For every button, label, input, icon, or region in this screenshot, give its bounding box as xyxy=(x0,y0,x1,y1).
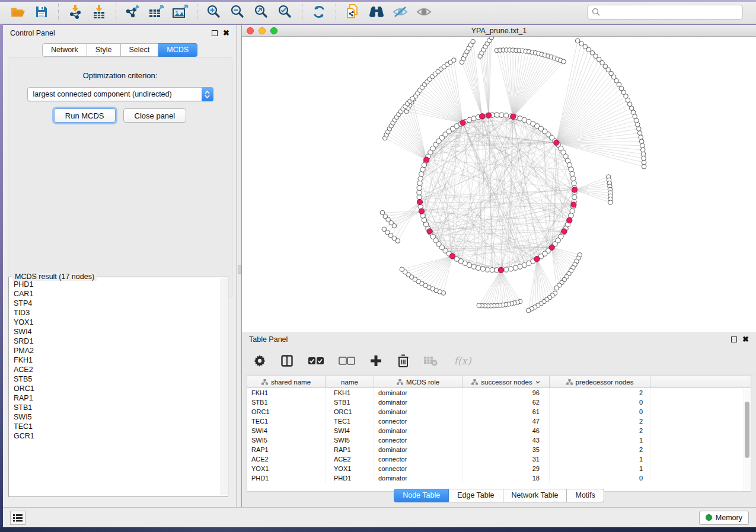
delete-row-icon[interactable] xyxy=(396,354,410,368)
mcds-result-item[interactable]: STB5 xyxy=(14,374,220,384)
float-panel-icon[interactable] xyxy=(212,30,218,36)
mcds-result-item[interactable]: PHD1 xyxy=(14,280,220,289)
select-all-icon[interactable] xyxy=(307,354,325,368)
network-node[interactable] xyxy=(570,171,575,176)
mcds-node[interactable] xyxy=(479,114,484,119)
cell-predecessor-nodes[interactable]: 1 xyxy=(550,435,650,445)
cell-shared-name[interactable]: SWI4 xyxy=(247,426,326,435)
cell-mcds-role[interactable]: dominator xyxy=(374,388,462,398)
network-leaf-node[interactable] xyxy=(452,58,457,63)
zoom-fit-icon[interactable] xyxy=(251,2,272,21)
mcds-node[interactable] xyxy=(498,267,503,273)
network-node[interactable] xyxy=(417,181,422,185)
table-row[interactable]: SWI5SWI5connector431 xyxy=(247,435,751,445)
table-scrollbar-thumb[interactable] xyxy=(745,402,749,458)
network-node[interactable] xyxy=(480,267,485,271)
mcds-node[interactable] xyxy=(567,217,572,223)
cell-successor-nodes[interactable]: 35 xyxy=(462,445,550,454)
cell-predecessor-nodes[interactable]: 1 xyxy=(550,454,650,464)
network-node[interactable] xyxy=(570,209,575,213)
mcds-node[interactable] xyxy=(549,245,554,250)
network-node[interactable] xyxy=(572,195,577,200)
cell-mcds-role[interactable]: connector xyxy=(374,454,462,464)
network-leaf-node[interactable] xyxy=(640,148,645,152)
cell-name[interactable]: TEC1 xyxy=(326,416,374,426)
network-node[interactable] xyxy=(495,113,499,117)
column-header-name[interactable]: name xyxy=(326,376,374,387)
mcds-node[interactable] xyxy=(562,229,567,234)
network-leaf-node[interactable] xyxy=(639,135,643,140)
cell-shared-name[interactable]: YOX1 xyxy=(247,464,326,473)
network-node[interactable] xyxy=(504,267,509,272)
network-leaf-node[interactable] xyxy=(382,227,387,232)
show-all-icon[interactable] xyxy=(414,2,434,21)
cell-predecessor-nodes[interactable]: 2 xyxy=(550,426,650,435)
cell-predecessor-nodes[interactable]: 0 xyxy=(550,398,650,407)
settings-icon[interactable] xyxy=(253,354,267,368)
cell-name[interactable]: RAP1 xyxy=(326,445,374,454)
mcds-result-item[interactable]: STP4 xyxy=(14,299,220,308)
table-row[interactable]: SWI4SWI4dominator462 xyxy=(247,426,751,435)
network-node[interactable] xyxy=(569,167,573,172)
export-image-icon[interactable] xyxy=(170,2,190,21)
mcds-list-scrollbar[interactable] xyxy=(221,278,227,495)
table-row[interactable]: PHD1PHD1dominator180 xyxy=(247,473,751,483)
network-leaf-node[interactable] xyxy=(527,308,531,313)
mcds-node[interactable] xyxy=(460,120,465,126)
add-row-icon[interactable] xyxy=(369,354,383,368)
cell-name[interactable]: YOX1 xyxy=(326,464,374,473)
network-leaf-node[interactable] xyxy=(562,59,566,64)
mcds-node[interactable] xyxy=(572,187,577,193)
cell-mcds-role[interactable]: dominator xyxy=(374,398,462,407)
network-leaf-node[interactable] xyxy=(637,127,642,132)
close-table-panel-icon[interactable]: ✖ xyxy=(742,336,749,342)
task-history-button[interactable] xyxy=(10,511,25,525)
mcds-result-item[interactable]: SWI5 xyxy=(14,412,220,422)
mcds-node[interactable] xyxy=(419,209,424,214)
close-panel-icon[interactable]: ✖ xyxy=(223,30,229,36)
table-row[interactable]: ACE2ACE2connector311 xyxy=(247,454,751,464)
network-window-titlebar[interactable]: YPA_prune.txt_1 xyxy=(242,25,756,37)
network-node[interactable] xyxy=(518,264,522,269)
cell-successor-nodes[interactable]: 43 xyxy=(462,435,550,445)
network-leaf-node[interactable] xyxy=(642,156,646,161)
zoom-out-icon[interactable] xyxy=(228,2,248,21)
mcds-node[interactable] xyxy=(571,202,576,207)
mcds-result-item[interactable]: SRD1 xyxy=(14,336,220,346)
hide-selected-icon[interactable] xyxy=(390,2,410,21)
close-panel-button[interactable]: Close panel xyxy=(123,108,187,123)
column-header-predecessor-nodes[interactable]: predecessor nodes xyxy=(550,376,650,387)
cell-shared-name[interactable]: ORC1 xyxy=(247,407,326,416)
network-leaf-node[interactable] xyxy=(410,97,415,101)
table-row[interactable]: RAP1RAP1dominator352 xyxy=(247,445,751,454)
network-canvas[interactable] xyxy=(242,37,756,332)
network-node[interactable] xyxy=(471,116,476,121)
cell-shared-name[interactable]: RAP1 xyxy=(247,445,326,454)
mcds-result-item[interactable]: SWI4 xyxy=(14,327,220,336)
table-row[interactable]: YOX1YOX1connector291 xyxy=(247,464,751,473)
network-leaf-node[interactable] xyxy=(608,200,613,205)
tab-motifs[interactable]: Motifs xyxy=(567,489,604,502)
network-node[interactable] xyxy=(499,113,504,117)
tab-network-table[interactable]: Network Table xyxy=(503,489,567,502)
mcds-result-item[interactable]: TEC1 xyxy=(14,422,220,431)
network-leaf-node[interactable] xyxy=(471,39,476,44)
network-leaf-node[interactable] xyxy=(637,131,642,136)
mcds-result-item[interactable]: GCR1 xyxy=(14,431,220,441)
vertical-splitter[interactable] xyxy=(237,25,242,507)
network-leaf-node[interactable] xyxy=(575,39,580,43)
mcds-node[interactable] xyxy=(554,140,559,145)
network-node[interactable] xyxy=(490,268,495,273)
cell-successor-nodes[interactable]: 31 xyxy=(462,454,550,464)
table-row[interactable]: ORC1ORC1dominator610 xyxy=(247,407,751,416)
mcds-node[interactable] xyxy=(486,113,492,118)
cell-successor-nodes[interactable]: 47 xyxy=(462,416,550,426)
cell-successor-nodes[interactable]: 62 xyxy=(462,398,550,407)
cell-successor-nodes[interactable]: 61 xyxy=(462,407,550,416)
cell-name[interactable]: PHD1 xyxy=(326,473,374,483)
mcds-result-item[interactable]: RAP1 xyxy=(14,393,220,403)
tab-select[interactable]: Select xyxy=(121,43,159,57)
cell-predecessor-nodes[interactable]: 2 xyxy=(550,445,650,454)
network-node[interactable] xyxy=(504,113,509,118)
save-session-icon[interactable] xyxy=(31,2,52,21)
